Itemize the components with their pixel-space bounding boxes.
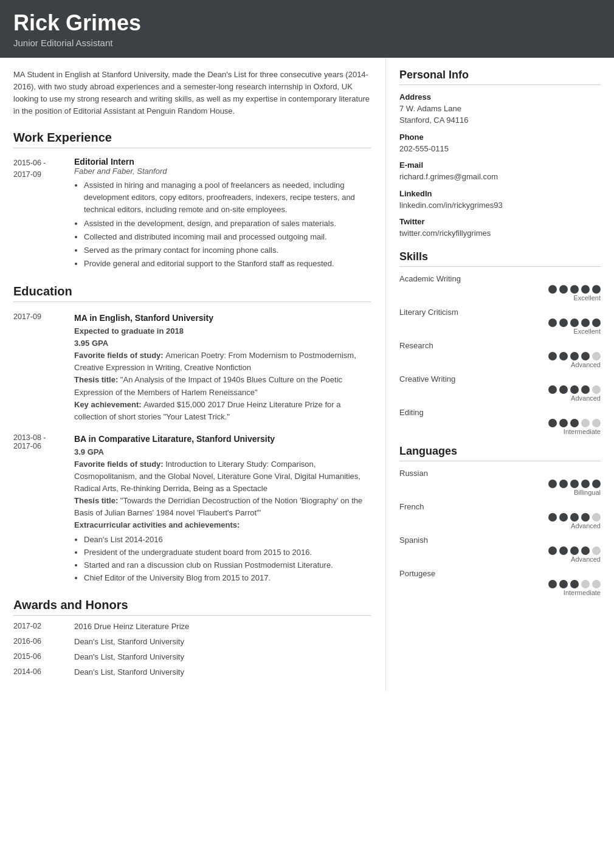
dot-filled [559, 385, 568, 394]
left-column: MA Student in English at Stanford Univer… [0, 58, 386, 692]
skill-row: EditingIntermediate [399, 408, 601, 435]
dot-empty [592, 546, 601, 555]
skill-row: RussianBillingual [399, 469, 601, 496]
dot-filled [548, 546, 557, 555]
skill-level: Advanced [571, 522, 601, 529]
edu-bullets: Dean's List 2014-2016President of the un… [74, 534, 371, 585]
education-entries-container: 2017-09MA in English, Stanford Universit… [13, 312, 371, 585]
award-date: 2015-06 [13, 652, 74, 661]
skill-row: FrenchAdvanced [399, 502, 601, 529]
summary-text: MA Student in English at Stanford Univer… [13, 69, 371, 118]
skill-name: Spanish [399, 536, 601, 545]
skill-row: Literary CriticismExcellent [399, 308, 601, 335]
linkedin-value: linkedin.com/in/rickygrimes93 [399, 199, 601, 212]
dot-filled [559, 480, 568, 488]
skill-name: Literary Criticism [399, 308, 601, 317]
dot-empty [592, 419, 601, 427]
work-bullet: Provide general and editorial support to… [84, 258, 371, 270]
skill-row: ResearchAdvanced [399, 341, 601, 368]
skills-list: Academic WritingExcellentLiterary Critic… [399, 274, 601, 435]
dot-filled [559, 513, 568, 522]
edu-content: MA in English, Stanford UniversityExpect… [74, 312, 371, 423]
edu-entry: 2013-08 - 2017-06BA in Comparative Litar… [13, 433, 371, 585]
skill-name: Research [399, 341, 601, 350]
edu-detail: Thesis title: "Towards the Derridian Dec… [74, 495, 371, 519]
dot-filled [570, 546, 579, 555]
address-block: Address 7 W. Adams Lane Stanford, CA 941… [399, 92, 601, 126]
dot-filled [581, 513, 590, 522]
languages-list: RussianBillingualFrenchAdvancedSpanishAd… [399, 469, 601, 596]
work-entry: 2015-06 - 2017-09Editorial InternFaber a… [13, 157, 371, 271]
work-bullets: Assisted in hiring and managing a pool o… [74, 179, 371, 270]
edu-detail: 3.9 GPA [74, 446, 371, 458]
dot-filled [559, 319, 568, 327]
dot-empty [592, 385, 601, 394]
dots-container [548, 319, 601, 327]
skills-section: Skills Academic WritingExcellentLiterary… [399, 250, 601, 435]
skill-row: Creative WritingAdvanced [399, 374, 601, 402]
skill-dots-row: Intermediate [399, 419, 601, 435]
linkedin-label: LinkedIn [399, 189, 601, 198]
skill-level: Intermediate [564, 428, 601, 435]
award-name: Dean's List, Stanford University [74, 637, 371, 646]
dot-filled [548, 480, 557, 488]
edu-bullet: Chief Editor of the University Blog from… [84, 572, 371, 584]
award-date: 2016-06 [13, 637, 74, 646]
skill-level: Advanced [571, 556, 601, 563]
email-label: E-mail [399, 160, 601, 170]
skills-section-title: Skills [399, 250, 601, 267]
edu-detail: Key achievement: Awarded $15,000 2017 Dr… [74, 399, 371, 423]
dot-filled [559, 352, 568, 360]
dot-filled [592, 319, 601, 327]
linkedin-block: LinkedIn linkedin.com/in/rickygrimes93 [399, 189, 601, 212]
work-bullet: Assisted in hiring and managing a pool o… [84, 179, 371, 216]
languages-section-title: Languages [399, 445, 601, 461]
dot-filled [581, 352, 590, 360]
dot-filled [581, 480, 590, 488]
right-column: Personal Info Address 7 W. Adams Lane St… [386, 58, 614, 617]
personal-info-section-title: Personal Info [399, 69, 601, 85]
award-name: 2016 Drue Heinz Literature Prize [74, 622, 371, 631]
twitter-label: Twitter [399, 217, 601, 226]
skill-dots-row: Billingual [399, 480, 601, 496]
work-date: 2015-06 - 2017-09 [13, 157, 74, 271]
dot-filled [559, 285, 568, 294]
edu-date: 2013-08 - 2017-06 [13, 433, 74, 585]
dot-filled [570, 419, 579, 427]
edu-entry: 2017-09MA in English, Stanford Universit… [13, 312, 371, 423]
dots-container [548, 419, 601, 427]
work-bullet: Assisted in the development, design, and… [84, 218, 371, 230]
work-entries-container: 2015-06 - 2017-09Editorial InternFaber a… [13, 157, 371, 271]
dot-filled [570, 480, 579, 488]
dots-container [548, 480, 601, 488]
award-date: 2014-06 [13, 667, 74, 677]
skill-row: PortugeseIntermediate [399, 569, 601, 596]
email-value: richard.f.grimes@gmail.com [399, 171, 601, 183]
dots-container [548, 546, 601, 555]
dot-filled [548, 419, 557, 427]
skill-dots-row: Excellent [399, 285, 601, 301]
edu-detail: 3.95 GPA [74, 337, 371, 350]
award-entry: 2016-06Dean's List, Stanford University [13, 637, 371, 646]
skill-dots-row: Advanced [399, 513, 601, 529]
award-entry: 2017-022016 Drue Heinz Literature Prize [13, 622, 371, 631]
skill-name: Editing [399, 408, 601, 417]
skill-level: Excellent [573, 328, 601, 335]
dot-empty [592, 513, 601, 522]
skill-dots-row: Intermediate [399, 580, 601, 596]
dots-container [548, 580, 601, 588]
award-entry: 2014-06Dean's List, Stanford University [13, 667, 371, 677]
work-experience-section-title: Work Experience [13, 131, 371, 148]
dot-empty [592, 352, 601, 360]
work-bullet: Served as the primary contact for incomi… [84, 244, 371, 257]
dot-filled [570, 385, 579, 394]
twitter-value: twitter.com/rickyfillygrimes [399, 227, 601, 239]
edu-detail: Expected to graduate in 2018 [74, 325, 371, 337]
skill-dots-row: Advanced [399, 352, 601, 368]
skill-level: Excellent [573, 294, 601, 301]
address-label: Address [399, 92, 601, 102]
dot-empty [592, 580, 601, 588]
candidate-title: Junior Editorial Assistant [13, 38, 601, 48]
education-section-title: Education [13, 284, 371, 302]
dot-filled [570, 285, 579, 294]
